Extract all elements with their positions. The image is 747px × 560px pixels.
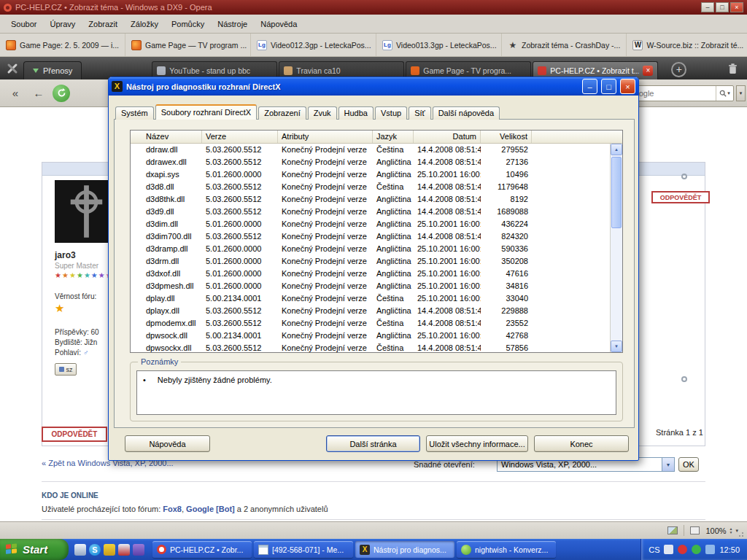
- file-row[interactable]: dplayx.dll 5.03.2600.5512 Konečný Prodej…: [131, 305, 622, 317]
- column-header-verze[interactable]: Verze: [202, 131, 278, 143]
- minimize-button[interactable]: –: [701, 2, 714, 12]
- file-row[interactable]: d3drm.dll 5.01.2600.0000 Konečný Prodejn…: [131, 255, 622, 268]
- transfers-panel-tab[interactable]: Přenosy: [23, 61, 82, 79]
- search-field[interactable]: Google ▾: [623, 85, 734, 101]
- zoom-spinner[interactable]: ▲▼: [729, 527, 733, 534]
- reply-button-bottom[interactable]: ODPOVĚDĚT: [42, 427, 107, 442]
- rewind-button[interactable]: «: [6, 84, 25, 103]
- file-row[interactable]: d3dim700.dll 5.03.2600.5512 Konečný Prod…: [131, 230, 622, 243]
- antivirus-tray-icon[interactable]: [678, 545, 687, 554]
- next-page-button[interactable]: Další stránka: [326, 435, 420, 452]
- closed-tabs-trash-button[interactable]: [727, 63, 738, 77]
- zoom-control[interactable]: 100% ▲▼ ▾: [705, 526, 738, 535]
- file-row[interactable]: d3dpmesh.dll 5.01.2600.0000 Konečný Prod…: [131, 280, 622, 292]
- resize-grip[interactable]: [738, 530, 746, 537]
- scroll-up-button[interactable]: ▲: [611, 144, 622, 155]
- scrollbar-thumb[interactable]: [611, 157, 622, 228]
- save-all-information-button[interactable]: Uložit všechny informace...: [426, 435, 528, 452]
- bookmark-item[interactable]: Game Page — TV program ...: [125, 34, 251, 56]
- dialog-minimize-button[interactable]: –: [582, 79, 597, 94]
- dialog-close-button[interactable]: ×: [620, 79, 635, 94]
- file-row[interactable]: dpwsock.dll 5.00.2134.0001 Konečný Prode…: [131, 330, 622, 342]
- taskbar-button-dxdiag-active[interactable]: Nástroj pro diagnos...: [355, 541, 454, 558]
- back-button[interactable]: ←: [29, 84, 48, 103]
- show-desktop-icon[interactable]: [74, 544, 86, 556]
- file-row[interactable]: ddrawex.dll 5.03.2600.5512 Konečný Prode…: [131, 156, 622, 168]
- user-link-google-bot[interactable]: Google [Bot]: [186, 505, 235, 513]
- help-button[interactable]: Nápověda: [125, 435, 210, 452]
- file-row[interactable]: dplay.dll 5.00.2134.0001 Konečný Prodejn…: [131, 292, 622, 305]
- tab-more-help[interactable]: Další nápověda: [433, 106, 500, 120]
- file-row[interactable]: d3dim.dll 5.01.2600.0000 Konečný Prodejn…: [131, 218, 622, 230]
- tab-directx-files[interactable]: Soubory rozhraní DirectX: [155, 104, 258, 120]
- quick-launch-icon[interactable]: [133, 544, 144, 556]
- bookmark-item[interactable]: Video013.3gp - LeteckaPos...: [376, 34, 502, 56]
- tab-display[interactable]: Zobrazení: [258, 106, 306, 120]
- column-header-velikost[interactable]: Velikost: [481, 131, 532, 143]
- menu-pomucky[interactable]: Pomůcky: [165, 17, 211, 31]
- menu-zobrazit[interactable]: Zobrazit: [82, 17, 124, 31]
- column-header-nazev[interactable]: Název: [131, 131, 202, 143]
- menu-upravy[interactable]: Úpravy: [43, 17, 82, 31]
- file-row[interactable]: dpmodemx.dll 5.03.2600.5512 Konečný Prod…: [131, 317, 622, 330]
- column-header-datum[interactable]: Datum: [414, 131, 481, 143]
- tab-input[interactable]: Vstup: [375, 106, 407, 120]
- taskbar-button-notepad[interactable]: [492-568-071] - Me...: [254, 541, 353, 558]
- fit-to-width-icon[interactable]: [690, 526, 700, 534]
- start-button[interactable]: Start: [0, 539, 69, 560]
- file-row[interactable]: dxapi.sys 5.01.2600.0000 Konečný Prodejn…: [131, 168, 622, 181]
- tab-music[interactable]: Hudba: [338, 106, 374, 120]
- quick-launch-icon[interactable]: [104, 544, 115, 556]
- new-tab-button[interactable]: +: [671, 62, 686, 77]
- images-toggle-icon[interactable]: [667, 526, 678, 534]
- column-header-atributy[interactable]: Atributy: [278, 131, 373, 143]
- search-engine-dropdown[interactable]: ▾: [716, 86, 733, 101]
- file-row[interactable]: d3dramp.dll 5.01.2600.0000 Konečný Prode…: [131, 243, 622, 255]
- column-header-jazyk[interactable]: Jazyk: [373, 131, 414, 143]
- reply-button-top[interactable]: ODPOVĚDĚT: [651, 191, 710, 203]
- select-dropdown-button[interactable]: ▼: [662, 458, 674, 471]
- bookmark-item[interactable]: Zobrazit téma - CrashDay -...: [502, 34, 627, 56]
- maximize-button[interactable]: □: [716, 2, 729, 12]
- close-button[interactable]: ×: [730, 2, 743, 12]
- scroll-down-button[interactable]: ▼: [611, 341, 622, 352]
- tab-system[interactable]: Systém: [115, 106, 154, 120]
- menu-soubor[interactable]: Soubor: [4, 17, 43, 31]
- user-link-fox8[interactable]: Fox8: [163, 505, 182, 513]
- menu-nastroje[interactable]: Nástroje: [211, 17, 254, 31]
- file-row[interactable]: dpwsockx.dll 5.03.2600.5512 Konečný Prod…: [131, 342, 622, 352]
- bookmark-item[interactable]: Game Page: 2. 5. 2009 — i...: [0, 34, 125, 56]
- exit-button[interactable]: Konec: [534, 435, 629, 452]
- page-anchor-top-icon[interactable]: [681, 174, 687, 179]
- menu-zalozky[interactable]: Záložky: [124, 17, 165, 31]
- tab-network[interactable]: Síť: [409, 106, 431, 120]
- bookmark-item[interactable]: Video012.3gp - LeteckaPos...: [251, 34, 376, 56]
- skype-icon[interactable]: S: [89, 544, 101, 556]
- menu-napoveda[interactable]: Nápověda: [254, 17, 303, 31]
- private-message-button[interactable]: sz: [55, 363, 77, 376]
- file-row[interactable]: ddraw.dll 5.03.2600.5512 Konečný Prodejn…: [131, 144, 622, 156]
- tab-sound[interactable]: Zvuk: [308, 106, 337, 120]
- panels-toggle-button[interactable]: [3, 59, 22, 78]
- volume-tray-icon[interactable]: [705, 545, 715, 554]
- quick-launch-icon[interactable]: [118, 544, 130, 556]
- reload-button[interactable]: [53, 85, 70, 102]
- keyboard-tray-icon[interactable]: [664, 545, 673, 554]
- who-is-online-text: Uživatelé procházející toto fórum: Fox8,…: [42, 505, 328, 513]
- navbar-overflow-button[interactable]: ▼: [736, 85, 746, 101]
- tab-close-button[interactable]: ×: [643, 66, 653, 76]
- jump-ok-button[interactable]: OK: [678, 457, 699, 472]
- bookmark-item[interactable]: W-Source.biz :: Zobrazit té...: [627, 34, 747, 56]
- vertical-scrollbar[interactable]: ▲ ▼: [610, 144, 622, 352]
- language-indicator[interactable]: CS: [649, 545, 659, 554]
- file-row[interactable]: d3d8.dll 5.03.2600.5512 Konečný Prodejní…: [131, 181, 622, 193]
- page-anchor-bottom-icon[interactable]: [681, 376, 687, 382]
- file-row[interactable]: d3d8thk.dll 5.03.2600.5512 Konečný Prode…: [131, 193, 622, 206]
- skype-status-tray-icon[interactable]: [692, 545, 701, 554]
- file-row[interactable]: d3dxof.dll 5.01.2600.0000 Konečný Prodej…: [131, 268, 622, 280]
- dialog-maximize-button[interactable]: □: [601, 79, 616, 94]
- spin-down-icon[interactable]: ▼: [729, 531, 733, 534]
- taskbar-button-nightwish[interactable]: nightwish - Konverz...: [457, 541, 556, 558]
- file-row[interactable]: d3d9.dll 5.03.2600.5512 Konečný Prodejní…: [131, 206, 622, 218]
- taskbar-button-pchelp[interactable]: PC-HELP.CZ • Zobr...: [152, 541, 252, 558]
